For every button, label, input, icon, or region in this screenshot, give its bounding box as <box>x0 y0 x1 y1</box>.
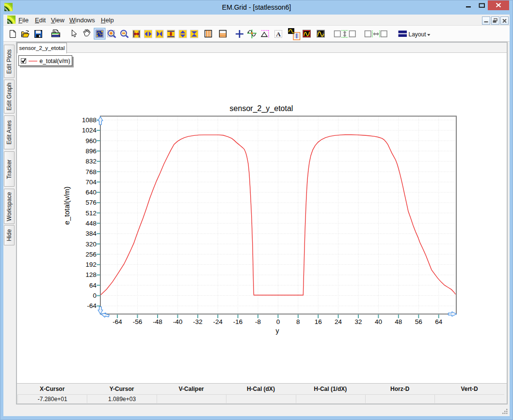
svg-text:Layout: Layout <box>409 31 427 38</box>
svg-text:512: 512 <box>85 210 96 217</box>
svg-text:e_total(v/m): e_total(v/m) <box>63 186 71 225</box>
svg-text:128: 128 <box>85 271 96 278</box>
svg-text:1024: 1024 <box>82 127 97 134</box>
svg-text:-8: -8 <box>255 318 261 325</box>
svg-text:y: y <box>276 327 279 335</box>
svg-text:56: 56 <box>415 318 422 325</box>
svg-text:704: 704 <box>85 178 96 186</box>
svg-text:0: 0 <box>93 292 96 299</box>
svg-text:640: 640 <box>85 189 96 196</box>
svg-text:0: 0 <box>276 318 280 325</box>
svg-text:-40: -40 <box>173 318 183 325</box>
svg-text:40: 40 <box>375 318 382 325</box>
svg-text:16: 16 <box>315 318 322 325</box>
svg-text:64: 64 <box>89 282 97 289</box>
svg-text:-24: -24 <box>213 318 223 325</box>
svg-text:24: 24 <box>335 318 342 325</box>
svg-text:320: 320 <box>85 241 96 248</box>
svg-text:832: 832 <box>85 158 96 165</box>
svg-text:-64: -64 <box>112 318 122 325</box>
svg-text:192: 192 <box>85 261 96 268</box>
svg-text:A: A <box>276 31 281 38</box>
svg-text:896: 896 <box>85 147 96 155</box>
svg-text:256: 256 <box>85 251 96 258</box>
svg-text:64: 64 <box>435 318 443 325</box>
svg-text:-64: -64 <box>87 302 96 309</box>
svg-text:32: 32 <box>354 318 362 325</box>
svg-text:sensor_2_y_etotal: sensor_2_y_etotal <box>230 104 293 113</box>
svg-text:576: 576 <box>85 199 96 206</box>
svg-text:384: 384 <box>85 230 96 237</box>
svg-text:-32: -32 <box>193 318 203 325</box>
svg-text:960: 960 <box>85 137 96 145</box>
svg-text:-48: -48 <box>153 318 162 325</box>
svg-text:-16: -16 <box>233 318 243 325</box>
svg-text:1088: 1088 <box>82 116 96 124</box>
svg-text:448: 448 <box>85 220 96 227</box>
svg-text:48: 48 <box>395 318 402 325</box>
svg-text:768: 768 <box>85 168 96 176</box>
svg-text:8: 8 <box>296 318 300 325</box>
svg-text:-56: -56 <box>133 318 143 325</box>
